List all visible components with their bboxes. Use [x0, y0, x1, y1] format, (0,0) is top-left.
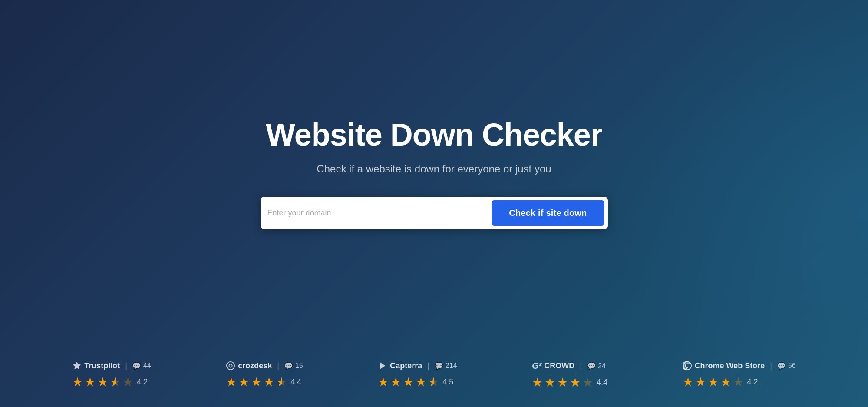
- review-number-chrome: 56: [788, 362, 796, 370]
- star-2-crowd: ★: [557, 375, 568, 390]
- star-0-crowd: ★: [532, 375, 543, 390]
- review-count-capterra: 💬214: [435, 362, 457, 370]
- review-count-crozdesk: 💬15: [284, 362, 303, 370]
- svg-marker-0: [73, 362, 81, 369]
- ratings-bar: Trustpilot|💬44★★★ ★ ★ ★4.2crozdesk|💬15★★…: [0, 348, 868, 407]
- comment-icon: 💬: [435, 362, 443, 370]
- main-content: Website Down Checker Check if a website …: [0, 0, 868, 407]
- rating-divider: |: [770, 361, 772, 371]
- stars-row-capterra: ★★★★ ★ ★ 4.5: [378, 375, 453, 389]
- rating-header-capterra: Capterra|💬214: [378, 361, 457, 371]
- star-3-crowd: ★: [570, 375, 581, 390]
- star-2-chrome: ★: [708, 375, 719, 389]
- star-3-capterra: ★: [416, 375, 426, 389]
- review-count-crowd: 💬24: [587, 362, 606, 370]
- page-title: Website Down Checker: [266, 117, 602, 152]
- rating-score-capterra: 4.5: [442, 377, 453, 387]
- stars-row-crowd: ★★★★★4.4: [532, 375, 607, 390]
- star-1-crowd: ★: [545, 375, 555, 390]
- star-4-chrome: ★: [733, 375, 744, 389]
- review-count-chrome: 💬56: [777, 362, 796, 370]
- comment-icon: 💬: [132, 362, 141, 370]
- rating-header-trustpilot: Trustpilot|💬44: [72, 361, 151, 371]
- review-number-crozdesk: 15: [295, 362, 303, 370]
- rating-item-crowd: G²CROWD|💬24★★★★★4.4: [532, 361, 607, 390]
- rating-item-crozdesk: crozdesk|💬15★★★★ ★ ★ 4.4: [226, 361, 303, 389]
- logo-name-trustpilot: Trustpilot: [84, 361, 120, 371]
- star-1-chrome: ★: [695, 375, 706, 389]
- rating-divider: |: [427, 361, 429, 371]
- stars-row-crozdesk: ★★★★ ★ ★ 4.4: [226, 375, 301, 389]
- rating-divider: |: [277, 361, 279, 371]
- rating-logo-capterra: Capterra: [378, 361, 422, 371]
- rating-item-capterra: Capterra|💬214★★★★ ★ ★ 4.5: [378, 361, 457, 389]
- check-button[interactable]: Check if site down: [492, 200, 604, 226]
- star-3-chrome: ★: [720, 375, 731, 389]
- star-0-crozdesk: ★: [226, 375, 237, 389]
- rating-score-crowd: 4.4: [597, 378, 607, 387]
- star-4-crowd: ★: [582, 375, 593, 390]
- rating-logo-chrome: Chrome Web Store: [683, 361, 765, 371]
- logo-name-capterra: Capterra: [390, 361, 422, 371]
- rating-header-crozdesk: crozdesk|💬15: [226, 361, 303, 371]
- star-4-trustpilot: ★: [122, 375, 133, 389]
- rating-score-crozdesk: 4.4: [290, 377, 301, 387]
- logo-name-crozdesk: crozdesk: [238, 361, 272, 371]
- rating-score-chrome: 4.2: [747, 377, 758, 387]
- logo-name-crowd: CROWD: [544, 361, 574, 371]
- star-3-trustpilot: ★ ★: [110, 375, 121, 389]
- review-number-crowd: 24: [598, 362, 606, 370]
- star-0-trustpilot: ★: [72, 375, 83, 389]
- stars-row-chrome: ★★★★★4.2: [683, 375, 758, 389]
- rating-logo-crowd: G²CROWD: [532, 361, 574, 371]
- rating-score-trustpilot: 4.2: [137, 377, 148, 387]
- star-4-capterra: ★ ★: [428, 375, 439, 389]
- search-form: Check if site down: [261, 197, 608, 229]
- svg-point-1: [227, 362, 234, 370]
- comment-icon: 💬: [284, 362, 293, 370]
- rating-item-trustpilot: Trustpilot|💬44★★★ ★ ★ ★4.2: [72, 361, 151, 389]
- star-2-capterra: ★: [403, 375, 414, 389]
- stars-row-trustpilot: ★★★ ★ ★ ★4.2: [72, 375, 148, 389]
- logo-name-chrome: Chrome Web Store: [695, 361, 765, 371]
- star-2-trustpilot: ★: [97, 375, 108, 389]
- star-1-crozdesk: ★: [238, 375, 249, 389]
- star-1-trustpilot: ★: [85, 375, 96, 389]
- star-1-capterra: ★: [390, 375, 401, 389]
- star-4-crozdesk: ★ ★: [276, 375, 287, 389]
- review-count-trustpilot: 💬44: [132, 362, 151, 370]
- rating-header-chrome: Chrome Web Store|💬56: [683, 361, 796, 371]
- svg-point-2: [229, 364, 232, 367]
- rating-item-chrome: Chrome Web Store|💬56★★★★★4.2: [683, 361, 796, 389]
- rating-divider: |: [580, 361, 582, 371]
- review-number-capterra: 214: [446, 362, 457, 370]
- rating-logo-trustpilot: Trustpilot: [72, 361, 120, 371]
- rating-divider: |: [125, 361, 127, 371]
- svg-marker-3: [380, 362, 386, 370]
- star-3-crozdesk: ★: [264, 375, 274, 389]
- comment-icon: 💬: [777, 362, 786, 370]
- rating-logo-crozdesk: crozdesk: [226, 361, 272, 371]
- comment-icon: 💬: [587, 362, 596, 370]
- star-0-capterra: ★: [378, 375, 389, 389]
- star-0-chrome: ★: [683, 375, 693, 389]
- domain-input[interactable]: [267, 204, 492, 222]
- review-number-trustpilot: 44: [143, 362, 151, 370]
- star-2-crozdesk: ★: [251, 375, 262, 389]
- page-subtitle: Check if a website is down for everyone …: [317, 163, 551, 175]
- rating-header-crowd: G²CROWD|💬24: [532, 361, 606, 371]
